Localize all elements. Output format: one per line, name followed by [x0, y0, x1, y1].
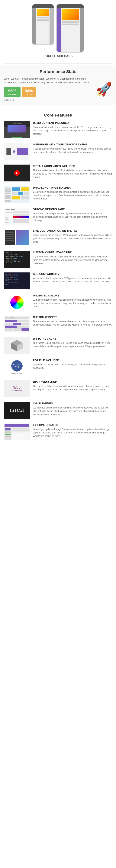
- color-wheel: [10, 296, 24, 309]
- performance-rocket: 🚀: [96, 82, 112, 97]
- feature-text-options: STRONG OPTIONS PANEL There are 10 option…: [33, 208, 112, 222]
- feature-desc-cache: This theme tested with W3 Total Cache pl…: [33, 341, 112, 348]
- divider-2: [4, 107, 112, 107]
- feature-desc-dragdrop: Creating new and unique pages with Swipe…: [33, 190, 112, 200]
- feature-text-code: CUSTOM CODES JAVASCRIPT If you ever need…: [33, 251, 112, 265]
- feature-title-colors: UNLIMITED COLORS: [33, 294, 112, 297]
- stat-yslow-value: 84%: [25, 89, 33, 93]
- feature-pot: TranslationReady wpml compatible POT FIL…: [4, 359, 112, 376]
- feature-img-updates: [4, 424, 30, 440]
- feature-child: CHILD CHILD THEMES We included child the…: [4, 402, 112, 419]
- feature-img-code: .header { font-size: 15px; box-shadow: 4…: [4, 251, 30, 268]
- w3-cache-icon: [9, 338, 24, 353]
- feature-text-child: CHILD THEMES We included child theme int…: [33, 402, 112, 416]
- feature-text-updates: LIFETIME UPDATES You will get updates th…: [33, 424, 112, 438]
- feature-desc-options: There are 10 option panel category to cu…: [33, 212, 112, 222]
- feature-desc-colors: With customization panel you can change …: [33, 298, 112, 308]
- features-title: Core Features: [4, 113, 112, 118]
- feature-text-pot: POT FILE INCLUDED Wpml you like it inclu…: [33, 359, 112, 370]
- feature-img-options: Options Panel Typography Logo Color Side…: [4, 208, 30, 225]
- feature-desc-child: We included child theme into Harklibra. …: [33, 406, 112, 416]
- feature-desc-woo: This theme is fully compatible with WooC…: [33, 384, 112, 391]
- stat-pagespeed: 95% PageSpeed: [4, 87, 21, 97]
- feature-cache: W3 TOTAL CACHE This theme tested with W3…: [4, 337, 112, 354]
- feature-code: .header { font-size: 15px; box-shadow: 4…: [4, 251, 112, 268]
- feature-text-woo: OPEN YOUR SHOP This theme is fully compa…: [33, 380, 112, 391]
- feature-title-dragdrop: DRAG&DROP PAGE BUILDER: [33, 186, 112, 189]
- feature-text-cache: W3 TOTAL CACHE This theme tested with W3…: [33, 337, 112, 348]
- feature-img-seo: <div class="wrapper"> <form method="post…: [4, 273, 30, 289]
- performance-left: When We Say 'Performance Monster', We Me…: [4, 77, 92, 101]
- feature-title-child: CHILD THEMES: [33, 402, 112, 405]
- woocommerce-logo: Woo: [14, 386, 21, 390]
- feature-img-cache: [4, 337, 30, 354]
- feature-text-demo: DEMO CONTENT INCLUDED Easy Installation …: [33, 121, 112, 136]
- feature-colors: UNLIMITED COLORS With customization pane…: [4, 294, 112, 311]
- stat-pagespeed-label: PageSpeed: [6, 93, 18, 95]
- feature-desc-live: Unlike generic option panels. When you u…: [33, 234, 112, 244]
- divider-1: [4, 63, 112, 64]
- feature-text-colors: UNLIMITED COLORS With customization pane…: [33, 294, 112, 308]
- performance-description: When We Say 'Performance Monster', We Me…: [4, 77, 92, 84]
- feature-img-widgets: Sidebar Widgets: [4, 316, 30, 333]
- feature-img-colors: [4, 294, 30, 311]
- feature-desc-updates: You will get updates through Codecanyon …: [33, 428, 112, 438]
- gtmetrix-logo: GTmetrix: [4, 98, 15, 101]
- feature-img-desktop: ⊕: [4, 143, 30, 160]
- feature-installation: ▶ INSTALLATION VIDEO INCLUDED There is w…: [4, 164, 112, 181]
- feature-title-video: INSTALLATION VIDEO INCLUDED: [33, 164, 112, 167]
- progress-bars: 95% PageSpeed 84% YSlow: [4, 87, 92, 97]
- features-section: Core Features Theme Preview INSTALL DEMO…: [0, 109, 116, 449]
- feature-text-dragdrop: DRAG&DROP PAGE BUILDER Creating new and …: [33, 186, 112, 200]
- feature-title-cache: W3 TOTAL CACHE: [33, 337, 112, 340]
- stat-pagespeed-value: 95%: [8, 89, 16, 93]
- feature-img-child: CHILD: [4, 402, 30, 419]
- performance-section: Performance Stats When We Say 'Performan…: [0, 65, 116, 105]
- feature-desc-video: There is written instructions for instal…: [33, 169, 112, 179]
- phone-left: [32, 4, 54, 45]
- feature-desc-desktop: If you already using a WordPress theme a…: [33, 147, 112, 154]
- feature-img-pot: TranslationReady wpml compatible: [4, 359, 30, 376]
- feature-desc-pot: Wpml you like it included in theme folde…: [33, 363, 112, 370]
- feature-widgets: Sidebar Widgets CUSTOM WIDGETS: [4, 316, 112, 333]
- feature-text-video: INSTALLATION VIDEO INCLUDED There is wri…: [33, 164, 112, 179]
- feature-text-desktop: INTEGRATE WITH YOUR DESKTOP THEME If you…: [33, 143, 112, 154]
- top-section: DOUBLE SIDEBARS: [0, 0, 116, 62]
- feature-text-seo: SEO COMPATIBILITY We ensured that to fol…: [33, 273, 112, 283]
- feature-title-code: CUSTOM CODES JAVASCRIPT: [33, 251, 112, 254]
- feature-text-live: LIVE CUSTOMIZATION ON THE FLY Unlike gen…: [33, 229, 112, 244]
- feature-img-demo: Theme Preview INSTALL: [4, 121, 30, 138]
- feature-title-seo: SEO COMPATIBILITY: [33, 273, 112, 275]
- feature-title-live: LIVE CUSTOMIZATION ON THE FLY: [33, 229, 112, 232]
- performance-title: Performance Stats: [4, 69, 112, 74]
- feature-img-woo: Woo Commerce: [4, 380, 30, 397]
- feature-demo-content: Theme Preview INSTALL DEMO CONTENT INCLU…: [4, 121, 112, 138]
- stat-yslow: 84% YSlow: [22, 87, 36, 97]
- feature-img-dragdrop: [4, 186, 30, 203]
- feature-title-desktop: INTEGRATE WITH YOUR DESKTOP THEME: [33, 143, 112, 146]
- feature-desc-demo: Easy Installation with demo content is a…: [33, 126, 112, 136]
- gtmetrix-row: GTmetrix: [4, 98, 92, 101]
- feature-title-demo: DEMO CONTENT INCLUDED: [33, 121, 112, 124]
- feature-title-widgets: CUSTOM WIDGETS: [33, 316, 112, 319]
- child-text: CHILD: [9, 407, 24, 413]
- feature-live: LIVE CUSTOMIZATION ON THE FLY Unlike gen…: [4, 229, 112, 246]
- performance-content: When We Say 'Performance Monster', We Me…: [4, 77, 112, 101]
- feature-title-updates: LIFETIME UPDATES: [33, 424, 112, 427]
- feature-img-live: [4, 229, 30, 246]
- feature-title-woo: OPEN YOUR SHOP: [33, 380, 112, 383]
- feature-options: Options Panel Typography Logo Color Side…: [4, 208, 112, 225]
- phone-right: [56, 4, 84, 53]
- feature-desc-code: If you ever need to write or put your cu…: [33, 255, 112, 265]
- double-sidebars-title: DOUBLE SIDEBARS: [4, 54, 112, 58]
- feature-title-options: STRONG OPTIONS PANEL: [33, 208, 112, 211]
- feature-seo: <div class="wrapper"> <form method="post…: [4, 273, 112, 289]
- phones-container: [4, 4, 112, 53]
- feature-dragdrop: DRAG&DROP PAGE BUILDER Creating new and …: [4, 186, 112, 203]
- feature-woo: Woo Commerce OPEN YOUR SHOP This theme i…: [4, 380, 112, 397]
- feature-img-video: ▶: [4, 164, 30, 181]
- install-button: INSTALL: [11, 137, 22, 138]
- stat-yslow-label: YSlow: [25, 93, 32, 95]
- play-button: ▶: [14, 170, 20, 176]
- feature-text-widgets: CUSTOM WIDGETS There are many custom sid…: [33, 316, 112, 327]
